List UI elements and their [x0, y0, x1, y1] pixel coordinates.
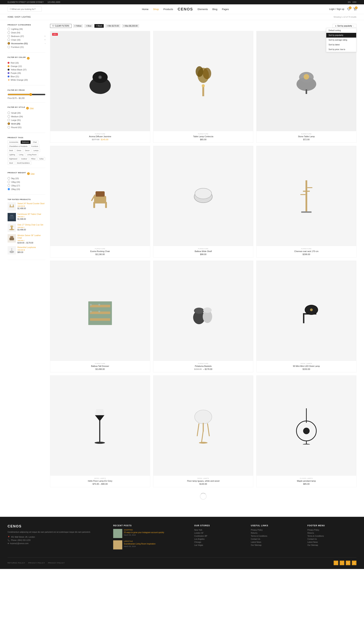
weight-clear[interactable]: Clear — [31, 173, 35, 175]
cat-chair[interactable]: Chair (33) + — [7, 39, 46, 41]
tag-living[interactable]: Living — [17, 153, 25, 157]
breadcrumb-home[interactable]: HOME — [7, 16, 13, 18]
rated-name-4[interactable]: Winston Swiver 36" Leather Chair — [17, 234, 46, 239]
footer-store-la[interactable]: Los Angeles — [194, 538, 243, 540]
filter-min-price[interactable]: × Min $170.00 — [105, 24, 121, 28]
product-card-4[interactable]: FURNITURE Euvira Rocking Chair $3,190.00 — [50, 146, 150, 257]
footer-store-cockfosters[interactable]: Cockfosters BP — [194, 535, 243, 537]
footer-menu-sitemap[interactable]: Our Sitemap — [307, 544, 357, 546]
social-twitter[interactable]: t — [340, 561, 344, 565]
footer-useful-contact[interactable]: Contact Us — [251, 538, 300, 540]
product-card-7[interactable]: FURNITURE Balboa Tall Dresser $3,498.00 — [50, 261, 150, 372]
footer-post-1[interactable]: SHOPPING 25 ways to grow your Instagram … — [113, 529, 187, 538]
footer-menu-news[interactable]: Latest News — [307, 541, 357, 543]
nav-blog[interactable]: Blog — [212, 8, 217, 11]
filter-max-price[interactable]: × Max $8,200.00 — [122, 24, 139, 28]
footer-store-vegas[interactable]: Las Vegas — [194, 544, 243, 546]
social-facebook[interactable]: f — [334, 561, 338, 565]
tag-lamps[interactable]: Lamps — [32, 149, 40, 152]
footer-store-london[interactable]: London SF — [194, 532, 243, 534]
cat-desk[interactable]: Desk (54) — [7, 31, 46, 34]
rated-name-3[interactable]: Oslo 17" Dining Chair 2-pc Set — [17, 224, 46, 226]
tag-living-room[interactable]: Living Room — [26, 153, 38, 157]
social-instagram[interactable]: in — [346, 561, 350, 565]
footer-useful-returns[interactable]: Returns — [251, 532, 300, 534]
footer-post-2[interactable]: LIFESTYLE Scandinavian Living Room Inspi… — [113, 540, 187, 550]
footer-menu-terms[interactable]: Terms & Conditions — [307, 535, 357, 537]
tag-bedroom[interactable]: Bedroom — [21, 141, 31, 144]
sort-option-price-low[interactable]: Sort by price: low to — [326, 47, 356, 52]
product-card-5[interactable]: FURNITURE Balboa Wide Shelf $98.00 — [153, 146, 253, 257]
cat-lighting[interactable]: Lighting (34) — [7, 28, 46, 30]
color-red[interactable]: Red (16) — [7, 62, 46, 64]
weight-5kg[interactable]: 5kg (10) — [7, 177, 46, 179]
nav-shop[interactable]: Shop — [153, 8, 159, 11]
footer-store-chicago[interactable]: Chicago — [194, 541, 243, 543]
filter-yellow[interactable]: × Yellow — [73, 24, 83, 28]
color-yellow-black[interactable]: Yellow Black (37) — [7, 69, 46, 71]
footer-menu-returns[interactable]: Returns — [307, 532, 357, 534]
style-medium[interactable]: Medium (54) — [7, 115, 46, 118]
currency[interactable]: USD — [353, 1, 357, 3]
footer-returns-policy[interactable]: RETURNS POLICY — [7, 562, 25, 564]
tag-dress[interactable]: Dress — [15, 149, 23, 152]
product-card-12[interactable]: FLOOR LAMPS Maple pendant lamp $85.00 — [256, 375, 357, 487]
clear-filters-button[interactable]: CLEAR FILTERS — [50, 24, 71, 28]
product-card-8[interactable]: FURNITURE Petaluma Baskets $158.00 – $17… — [153, 261, 253, 372]
product-card-6[interactable]: FURNITURE Chennai coat rack 170 cm $298.… — [256, 146, 357, 257]
tag-lighting[interactable]: Lighting — [7, 153, 17, 157]
cat-furniture[interactable]: Furniture (21) — [7, 46, 46, 48]
sort-button[interactable]: Sort by popularity — [333, 24, 357, 28]
color-purple[interactable]: Purple (26) — [7, 72, 46, 74]
product-card-1[interactable]: 45% FURNITURE Aroma Diffuser Jasmine $27… — [50, 31, 150, 143]
rated-item-1[interactable]: Swivel 24" Round Counter Stool ★★★★★ $2,… — [7, 202, 46, 211]
rated-name-1[interactable]: Swivel 24" Round Counter Stool — [17, 202, 46, 205]
style-clear[interactable]: Clear — [30, 107, 34, 109]
footer-useful-privacy[interactable]: Privacy Policy — [251, 529, 300, 531]
nav-elements[interactable]: Elements — [197, 8, 208, 11]
tag-outdoor[interactable]: Outdoor — [19, 157, 29, 160]
lang[interactable]: EN — [348, 1, 351, 3]
tag-desk[interactable]: Desk — [7, 149, 15, 152]
footer-privacy-policy-2[interactable]: PRIVACY POLICY — [48, 562, 65, 564]
product-card-11[interactable]: DESK LAMPS Floor lamp Iguazu, white and … — [153, 375, 253, 487]
footer-privacy-policy[interactable]: PRIVACY POLICY — [28, 562, 45, 564]
color-white-orange[interactable]: White Orange (20) — [7, 79, 46, 81]
rated-item-5[interactable]: Reisenthel Loophome ★★★★★ $89.00 — [7, 246, 46, 254]
color-blue[interactable]: Blue (21) — [7, 75, 46, 78]
weight-20kg[interactable]: 20kg (10) — [7, 188, 46, 190]
tag-chair[interactable]: Chair — [31, 141, 39, 144]
rated-name-5[interactable]: Reisenthel Loophome — [17, 246, 46, 249]
nav-pages[interactable]: Pages — [222, 8, 229, 11]
cart-icon[interactable]: 0 — [353, 7, 357, 11]
style-small[interactable]: Small (34) — [7, 112, 46, 114]
wishlist-icon[interactable]: 0 — [347, 7, 350, 11]
tag-nightstand[interactable]: Nightstand — [7, 157, 19, 160]
footer-useful-terms[interactable]: Terms & Conditions — [251, 535, 300, 537]
breadcrumb-shop[interactable]: SHOP — [15, 16, 20, 18]
filter-blue[interactable]: × Blue — [84, 24, 93, 28]
product-card-2[interactable]: FURNITURE Table Lamp Corteccia $65.00 — [153, 31, 253, 143]
social-pinterest[interactable]: p — [352, 561, 357, 565]
tag-furniture[interactable]: Furniture — [30, 145, 40, 148]
cat-bedroom[interactable]: Bedroom (37) + — [7, 35, 46, 37]
footer-menu-privacy[interactable]: Privacy Policy — [307, 529, 357, 531]
tag-stool-chandeliers[interactable]: StoolChandeliers — [15, 161, 31, 165]
footer-useful-news[interactable]: Latest News — [251, 541, 300, 543]
price-slider[interactable] — [7, 93, 46, 96]
tag-decor[interactable]: Decor — [23, 149, 31, 152]
color-orange[interactable]: Orange (12) — [7, 65, 46, 67]
footer-menu-contact[interactable]: Contact Us — [307, 538, 357, 540]
tag-sofas[interactable]: Sofas — [38, 157, 45, 160]
tag-stool[interactable]: Stool — [7, 161, 15, 165]
tag-pillow[interactable]: Pillow — [30, 157, 37, 160]
style-round[interactable]: Round (61) — [7, 126, 46, 129]
footer-post-title-1[interactable]: 25 ways to grow your Instagram account q… — [124, 531, 187, 534]
cat-accessories[interactable]: Accessories (51) - — [7, 42, 46, 45]
search-box[interactable] — [7, 7, 42, 11]
sort-option-latest[interactable]: Sort by latest — [326, 42, 356, 47]
sort-option-rating[interactable]: Sort by average rating — [326, 38, 356, 42]
rated-name-2[interactable]: Farmhouse 30" Fabric Chair — [17, 213, 46, 215]
style-large[interactable]: Large (91) — [7, 119, 46, 121]
sort-option-default[interactable]: Default sorting — [326, 28, 356, 33]
